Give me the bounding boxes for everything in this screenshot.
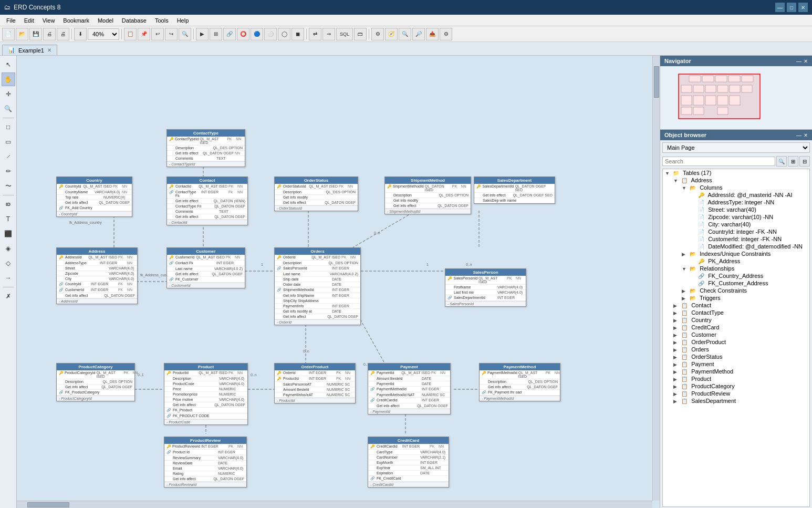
tb-find[interactable]: 🔍 bbox=[179, 28, 191, 40]
ob-collapse-all[interactable]: ⊟ bbox=[799, 156, 810, 167]
ob-expand-all[interactable]: ⊞ bbox=[788, 156, 798, 167]
canvas-area[interactable]: fk_Address_country fk_Address_customer 0… bbox=[17, 56, 660, 508]
tb-grid[interactable]: ⊞ bbox=[210, 28, 222, 40]
tb-redo[interactable]: ↪ bbox=[165, 28, 178, 40]
lt-arrow[interactable]: → bbox=[2, 271, 15, 285]
erd-table-shipmentmethod[interactable]: ShipmentMethod 🔑ShipmentMethodIdQL_DATON… bbox=[384, 177, 471, 214]
lt-rect2[interactable]: ▭ bbox=[2, 135, 15, 149]
tree-item-orderproduct[interactable]: ▶ 📋 OrderProduct bbox=[663, 338, 809, 346]
lt-text[interactable]: T bbox=[2, 212, 15, 226]
lt-shape[interactable]: ◈ bbox=[2, 242, 15, 255]
tb-db[interactable]: 🗃 bbox=[354, 28, 367, 40]
lt-select[interactable]: ↖ bbox=[2, 58, 15, 71]
tb-sql[interactable]: SQL bbox=[336, 28, 353, 40]
menu-view[interactable]: View bbox=[38, 16, 59, 25]
tree-item-col-city[interactable]: 📄 City: varchar(40) bbox=[663, 221, 809, 228]
tb-zoom-out[interactable]: 🔎 bbox=[412, 28, 425, 40]
erd-table-orders[interactable]: Orders 🔑OrderIdQL_M_AST ISEDPKNN Descrip… bbox=[274, 247, 361, 325]
lt-diamond[interactable]: ◇ bbox=[2, 256, 15, 270]
menu-help[interactable]: Help bbox=[173, 16, 193, 25]
lt-eraser[interactable]: ✗ bbox=[2, 289, 15, 303]
tree-item-contact[interactable]: ▶ 📋 Contact bbox=[663, 302, 809, 309]
tree-item-col-customerid[interactable]: 📄 CustomerId: integer -FK -NN bbox=[663, 235, 809, 243]
tree-item-country[interactable]: ▶ 📋 Country bbox=[663, 316, 809, 324]
tree-item-orderstatus[interactable]: ▶ 📋 OrderStatus bbox=[663, 353, 809, 360]
tree-item-tables[interactable]: ▼ 📁 Tables (17) bbox=[663, 169, 809, 177]
erd-table-contact[interactable]: Contact 🔑ContactIdQL_M_AST ISEDPKNN 🔗Con… bbox=[166, 177, 248, 225]
tb-arrow2[interactable]: ⇒ bbox=[322, 28, 335, 40]
lt-search[interactable]: 🔍 bbox=[2, 102, 15, 116]
tree-item-product[interactable]: ▶ 📋 Product bbox=[663, 375, 809, 382]
tb-link[interactable]: 🔗 bbox=[223, 28, 236, 40]
tb-print[interactable]: 🖨 bbox=[43, 28, 56, 40]
maximize-button[interactable]: □ bbox=[787, 3, 796, 12]
tab-close-button[interactable]: ✕ bbox=[47, 47, 51, 53]
erd-table-creditcard[interactable]: CreditCard 🔑CreditCardIdINT EGERPKNN Car… bbox=[368, 437, 449, 488]
tree-item-payment[interactable]: ▶ 📋 Payment bbox=[663, 360, 809, 368]
tb-arrows[interactable]: ⇄ bbox=[309, 28, 321, 40]
tb-tools[interactable]: ⚙ bbox=[371, 28, 384, 40]
tree-item-triggers[interactable]: ▶ 📂 Triggers bbox=[663, 294, 809, 302]
tree-item-address[interactable]: ▼ 📋 Address bbox=[663, 177, 809, 184]
erd-table-contacttype[interactable]: ContactType 🔑ContactTypeIdQL_M_AST ISEDP… bbox=[166, 129, 245, 167]
tb-export[interactable]: 📤 bbox=[426, 28, 439, 40]
ob-tree[interactable]: ▼ 📁 Tables (17) ▼ 📋 Address ▼ 📂 Columns bbox=[662, 169, 810, 507]
ob-page-select[interactable]: Main Page bbox=[662, 142, 810, 153]
menu-tools[interactable]: Tools bbox=[151, 16, 173, 25]
tree-item-salesdepartment[interactable]: ▶ 📋 SalesDepartment bbox=[663, 397, 809, 405]
tree-item-columns[interactable]: ▼ 📂 Columns bbox=[663, 184, 809, 191]
menu-model[interactable]: Model bbox=[93, 16, 118, 25]
tb-paste[interactable]: 📌 bbox=[138, 28, 150, 40]
tb-copy[interactable]: 📋 bbox=[124, 28, 137, 40]
erd-table-productreview[interactable]: ProductReview 🔑ProductReviewIdINT EGERPK… bbox=[164, 437, 247, 488]
erd-table-salesperson[interactable]: SalesPerson 🔑SalesPersonIdQL_M_AST ISEDP… bbox=[445, 268, 526, 307]
lt-pen[interactable]: ✏ bbox=[2, 164, 15, 178]
tb-circle2[interactable]: 🔵 bbox=[251, 28, 263, 40]
close-button[interactable]: ✕ bbox=[798, 3, 808, 12]
tb-zoom-in[interactable]: 🔍 bbox=[399, 28, 411, 40]
tree-item-col-zipcode[interactable]: 📄 Zipcode: varchar(10) -NN bbox=[663, 213, 809, 221]
tree-item-customer[interactable]: ▶ 📋 Customer bbox=[663, 331, 809, 338]
menu-edit[interactable]: Edit bbox=[20, 16, 38, 25]
tb-circle5[interactable]: ◼ bbox=[292, 28, 304, 40]
tree-item-orders[interactable]: ▶ 📋 Orders bbox=[663, 346, 809, 353]
tree-item-fk-country-address[interactable]: 🔗 FK_Country_Address bbox=[663, 272, 809, 279]
erd-table-orderstatus[interactable]: OrderStatus 🔑OrderStatusIdQL_M_AST ISEDP… bbox=[274, 177, 358, 211]
erd-table-salesdepartment[interactable]: SalesDepartment 🔑SalesDepartmentIdQL_DAT… bbox=[474, 177, 555, 204]
tb-new[interactable]: 📄 bbox=[2, 28, 15, 40]
lt-box[interactable]: ⬛ bbox=[2, 227, 15, 241]
tb-open[interactable]: 📂 bbox=[16, 28, 28, 40]
lt-line[interactable]: ⟋ bbox=[2, 150, 15, 163]
tb-forward[interactable]: ▶ bbox=[196, 28, 209, 40]
zoom-select[interactable]: 40% 50% 75% 100% bbox=[88, 28, 119, 40]
scrollbar-thumb-h[interactable] bbox=[27, 502, 69, 507]
navigator-content[interactable] bbox=[660, 66, 812, 129]
tree-item-col-addressid[interactable]: 🔑 AddressId: @d_masterid -NN -AI bbox=[663, 191, 809, 199]
erd-table-customer[interactable]: Customer 🔑CustomerIdQL_M_AST ISEDPKNN 🔗C… bbox=[166, 247, 245, 288]
tab-example1[interactable]: 📊 Example1 ✕ bbox=[2, 45, 57, 55]
tree-item-indexes[interactable]: ▶ 📂 Indexes/Unique Constraints bbox=[663, 250, 809, 257]
tb-circle3[interactable]: ⚪ bbox=[264, 28, 277, 40]
scrollbar-thumb-v[interactable] bbox=[654, 66, 659, 98]
erd-table-productcategory[interactable]: ProductCategory 🔑ProductCategoryIdQL_M_A… bbox=[56, 363, 135, 401]
erd-table-paymentmethod[interactable]: PaymentMethod 🔑PaymentMethodIdQL_M_AST I… bbox=[479, 363, 560, 401]
menu-database[interactable]: Database bbox=[118, 16, 151, 25]
tree-item-creditcard[interactable]: ▶ 📋 CreditCard bbox=[663, 324, 809, 331]
erd-table-orderproduct[interactable]: OrderProduct 🔑OrderIdINT EGERPKNN 🔑Produ… bbox=[274, 363, 356, 403]
tree-item-contacttype[interactable]: ▶ 📋 ContactType bbox=[663, 309, 809, 316]
tree-item-col-addresstype[interactable]: 📄 AddressType: integer -NN bbox=[663, 199, 809, 206]
tree-item-productcategory[interactable]: ▶ 📋 ProductCategory bbox=[663, 382, 809, 390]
tree-item-col-street[interactable]: 📄 Street: varchar(40) bbox=[663, 206, 809, 213]
tb-settings[interactable]: ⚙ bbox=[440, 28, 452, 40]
erd-table-country[interactable]: Country 🔑CountryIdQL_M_AST ISEDPKNN Coun… bbox=[56, 177, 132, 217]
navigator-minimize[interactable]: — bbox=[796, 58, 801, 64]
tree-item-col-countryid[interactable]: 📄 CountryId: integer -FK -NN bbox=[663, 228, 809, 235]
bottom-scrollbar[interactable] bbox=[17, 501, 652, 508]
lt-id[interactable]: ID bbox=[2, 198, 15, 211]
lt-hand[interactable]: ✋ bbox=[2, 72, 15, 86]
tree-item-fk-customer-address[interactable]: 🔗 FK_Customer_Address bbox=[663, 279, 809, 287]
erd-table-payment[interactable]: Payment 🔑PaymentIdQL_M_AST ISEDPKNN Amou… bbox=[368, 363, 451, 414]
lt-crosshair[interactable]: ✛ bbox=[2, 87, 15, 101]
tb-nav[interactable]: 🧭 bbox=[385, 28, 398, 40]
tree-item-col-datemodified[interactable]: 📄 DateModified: @d_datemodified -NN bbox=[663, 243, 809, 250]
